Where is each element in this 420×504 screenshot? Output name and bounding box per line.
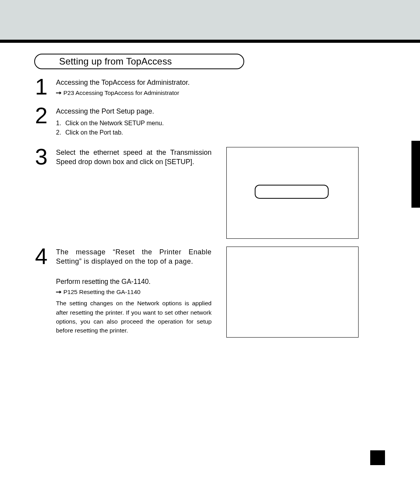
- section-heading-pill: Setting up from TopAccess: [34, 54, 244, 69]
- step-number: 3: [35, 147, 56, 166]
- figure-inner-shape: [255, 185, 329, 199]
- svg-marker-0: [56, 91, 61, 94]
- step-extra: Perform resetting the GA-1140. P125 Rese…: [56, 277, 212, 335]
- step-title: Select the ethernet speed at the Transmi…: [56, 148, 212, 167]
- step-3-row: 3 Select the ethernet speed at the Trans…: [34, 147, 385, 239]
- section-heading-text: Setting up from TopAccess: [59, 56, 172, 67]
- header-divider: [0, 40, 420, 43]
- page-content: Setting up from TopAccess 1 Accessing th…: [0, 43, 420, 338]
- step-4: 4 The message “Reset the Printer Enable …: [34, 247, 217, 335]
- step-body: Accessing the TopAccess for Administrato…: [56, 77, 212, 96]
- list-item: 2. Click on the Port tab.: [56, 128, 212, 138]
- right-arrow-icon: [56, 91, 61, 95]
- list-item: 1. Click on the Network SETUP menu.: [56, 119, 212, 128]
- reference-text: P23 Accessing TopAccess for Administrato…: [63, 89, 179, 96]
- step-title: Accessing the TopAccess for Administrato…: [56, 78, 212, 87]
- step-extra-title: Perform resetting the GA-1140.: [56, 277, 212, 287]
- page-number-box: [370, 450, 385, 465]
- figure-placeholder-1: [226, 147, 359, 239]
- item-text: Click on the Port tab.: [65, 128, 123, 138]
- step-4-row: 4 The message “Reset the Printer Enable …: [34, 247, 385, 338]
- item-number: 1.: [56, 119, 65, 128]
- step-3: 3 Select the ethernet speed at the Trans…: [34, 147, 217, 169]
- step-reference: P125 Resetting the GA-1140: [56, 289, 212, 296]
- step-body: Accessing the Port Setup page. 1. Click …: [56, 106, 212, 138]
- step-substeps: 1. Click on the Network SETUP menu. 2. C…: [56, 119, 212, 138]
- step-2: 2 Accessing the Port Setup page. 1. Clic…: [34, 106, 385, 138]
- step-number: 2: [35, 106, 56, 125]
- step-body: The message “Reset the Printer Enable Se…: [56, 247, 212, 335]
- right-arrow-icon: [56, 290, 61, 294]
- step-note: The setting changes on the Network optio…: [56, 299, 212, 335]
- step-number: 4: [35, 247, 56, 266]
- reference-text: P125 Resetting the GA-1140: [63, 289, 140, 296]
- figure-placeholder-2: [226, 247, 359, 338]
- step-body: Select the ethernet speed at the Transmi…: [56, 147, 212, 169]
- item-text: Click on the Network SETUP menu.: [65, 119, 164, 128]
- step-title: Accessing the Port Setup page.: [56, 107, 212, 116]
- step-number: 1: [35, 77, 56, 96]
- svg-marker-1: [56, 290, 61, 294]
- item-number: 2.: [56, 128, 65, 138]
- page-header-band: [0, 0, 420, 40]
- step-1: 1 Accessing the TopAccess for Administra…: [34, 77, 385, 96]
- step-reference: P23 Accessing TopAccess for Administrato…: [56, 89, 212, 96]
- step-title: The message “Reset the Printer Enable Se…: [56, 247, 212, 266]
